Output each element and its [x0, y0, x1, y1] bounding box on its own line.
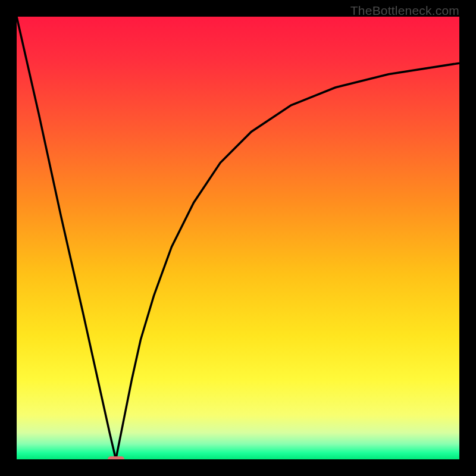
minimum-marker: [108, 456, 124, 459]
chart-frame: TheBottleneck.com: [0, 0, 476, 476]
watermark-label: TheBottleneck.com: [350, 4, 459, 18]
chart-plot-area: [17, 17, 459, 459]
bottleneck-curve: [17, 17, 459, 459]
